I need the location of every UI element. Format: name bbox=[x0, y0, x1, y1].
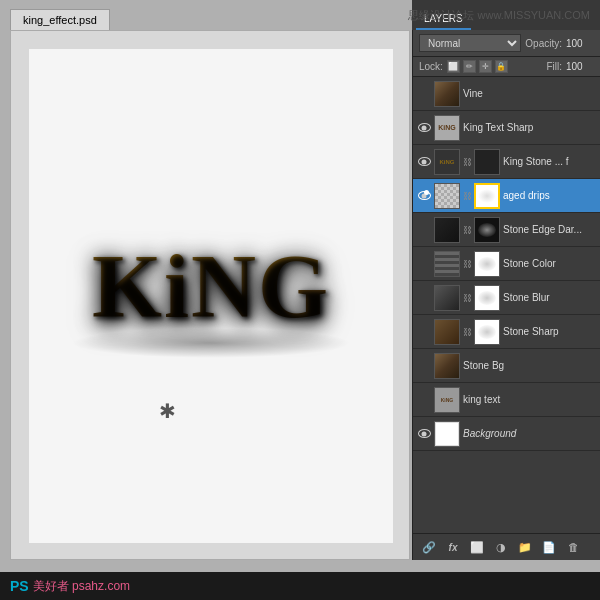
canvas-area: KiNG ✱ bbox=[10, 30, 410, 560]
layer-name-stone-color: Stone Color bbox=[503, 258, 596, 269]
add-mask-icon[interactable]: ⬜ bbox=[469, 539, 485, 555]
layer-name-background: Background bbox=[463, 428, 596, 439]
layer-name-king-stone: King Stone ... f bbox=[503, 156, 596, 167]
eye-icon-king-text-sharp bbox=[418, 123, 431, 132]
eye-icon-king-stone bbox=[418, 157, 431, 166]
chain-king-stone: ⛓ bbox=[463, 157, 471, 167]
visibility-vine[interactable] bbox=[417, 87, 431, 101]
adjustment-layer-icon[interactable]: ◑ bbox=[493, 539, 509, 555]
thumb-stone-edge bbox=[434, 217, 460, 243]
ps-site: 美好者 psahz.com bbox=[33, 578, 130, 595]
layer-item-stone-bg[interactable]: Stone Bg bbox=[413, 349, 600, 383]
layers-bottom-toolbar: 🔗 fx ⬜ ◑ 📁 📄 🗑 bbox=[413, 533, 600, 560]
lock-position-icon[interactable]: ⬜ bbox=[447, 60, 460, 73]
blend-mode-select[interactable]: Normal bbox=[419, 34, 521, 52]
visibility-aged-drips[interactable] bbox=[417, 189, 431, 203]
layer-item-vine[interactable]: Vine bbox=[413, 77, 600, 111]
thumb-king-text-sharp: KiNG bbox=[434, 115, 460, 141]
thumb-stone-bg bbox=[434, 353, 460, 379]
mask-stone-blur bbox=[474, 285, 500, 311]
mask-king-stone bbox=[474, 149, 500, 175]
layers-panel: Normal Opacity: 100 Lock: ⬜ ✏ ✛ 🔒 Fill: … bbox=[412, 30, 600, 560]
layers-blend-row: Normal Opacity: 100 bbox=[413, 30, 600, 57]
fx-icon[interactable]: fx bbox=[445, 539, 461, 555]
layer-name-aged-drips: aged drips bbox=[503, 190, 596, 201]
layer-name-vine: Vine bbox=[463, 88, 596, 99]
chain-stone-color: ⛓ bbox=[463, 259, 471, 269]
ps-logo: PS bbox=[10, 578, 29, 594]
layer-item-stone-blur[interactable]: ⛓ Stone Blur bbox=[413, 281, 600, 315]
thumb-aged-drips bbox=[434, 183, 460, 209]
new-group-icon[interactable]: 📁 bbox=[517, 539, 533, 555]
chain-stone-blur: ⛓ bbox=[463, 293, 471, 303]
layer-item-stone-edge[interactable]: ⛓ Stone Edge Dar... bbox=[413, 213, 600, 247]
layers-list: Vine KiNG King Text Sharp KiNG ⛓ King St… bbox=[413, 77, 600, 533]
thumb-stone-color bbox=[434, 251, 460, 277]
visibility-king-text-sharp[interactable] bbox=[417, 121, 431, 135]
king-text-display: KiNG bbox=[71, 235, 351, 358]
visibility-stone-sharp[interactable] bbox=[417, 325, 431, 339]
visibility-king-text[interactable] bbox=[417, 393, 431, 407]
layer-item-stone-color[interactable]: ⛓ Stone Color bbox=[413, 247, 600, 281]
ps-footer: PS 美好者 psahz.com bbox=[0, 572, 600, 600]
layer-name-stone-blur: Stone Blur bbox=[503, 292, 596, 303]
layer-item-stone-sharp[interactable]: ⛓ Stone Sharp bbox=[413, 315, 600, 349]
mask-stone-sharp bbox=[474, 319, 500, 345]
fill-label: Fill: bbox=[546, 61, 562, 72]
thumb-vine bbox=[434, 81, 460, 107]
cursor-icon: ✱ bbox=[159, 399, 176, 423]
tab-bar: king_effect.psd bbox=[0, 0, 412, 30]
lock-all-icon[interactable]: 🔒 bbox=[495, 60, 508, 73]
new-layer-icon[interactable]: 📄 bbox=[541, 539, 557, 555]
layer-name-stone-bg: Stone Bg bbox=[463, 360, 596, 371]
canvas-tab[interactable]: king_effect.psd bbox=[10, 9, 110, 30]
visibility-stone-edge[interactable] bbox=[417, 223, 431, 237]
visibility-king-stone[interactable] bbox=[417, 155, 431, 169]
chain-aged-drips: ⛓ bbox=[463, 191, 471, 201]
opacity-value: 100 bbox=[566, 38, 594, 49]
lock-pixel-icon[interactable]: ✏ bbox=[463, 60, 476, 73]
layers-lock-row: Lock: ⬜ ✏ ✛ 🔒 Fill: 100 bbox=[413, 57, 600, 77]
thumb-background bbox=[434, 421, 460, 447]
visibility-stone-bg[interactable] bbox=[417, 359, 431, 373]
king-title: KiNG bbox=[71, 235, 351, 338]
layer-name-king-text-sharp: King Text Sharp bbox=[463, 122, 596, 133]
link-layers-icon[interactable]: 🔗 bbox=[421, 539, 437, 555]
thumb-img-king-text: KiNG bbox=[435, 116, 459, 140]
layer-name-stone-sharp: Stone Sharp bbox=[503, 326, 596, 337]
lock-icons: ⬜ ✏ ✛ 🔒 bbox=[447, 60, 508, 73]
chain-stone-sharp: ⛓ bbox=[463, 327, 471, 337]
mask-stone-edge bbox=[474, 217, 500, 243]
lock-label: Lock: bbox=[419, 61, 443, 72]
thumb-stone-sharp bbox=[434, 319, 460, 345]
eye-icon-background bbox=[418, 429, 431, 438]
lock-move-icon[interactable]: ✛ bbox=[479, 60, 492, 73]
thumb-stone-edge-inner bbox=[435, 218, 459, 242]
chain-stone-edge: ⛓ bbox=[463, 225, 471, 235]
watermark: 思缘设计论坛 www.MISSYUAN.COM bbox=[408, 8, 590, 23]
layer-item-king-text-sharp[interactable]: KiNG King Text Sharp bbox=[413, 111, 600, 145]
visibility-stone-color[interactable] bbox=[417, 257, 431, 271]
mask-aged-drips bbox=[474, 183, 500, 209]
visibility-background[interactable] bbox=[417, 427, 431, 441]
layer-name-king-text: king text bbox=[463, 394, 596, 405]
visibility-stone-blur[interactable] bbox=[417, 291, 431, 305]
layer-item-king-stone[interactable]: KiNG ⛓ King Stone ... f bbox=[413, 145, 600, 179]
layer-item-aged-drips[interactable]: ⛓ aged drips bbox=[413, 179, 600, 213]
layer-item-background[interactable]: Background bbox=[413, 417, 600, 451]
thumb-king-text: KiNG bbox=[434, 387, 460, 413]
delete-layer-icon[interactable]: 🗑 bbox=[565, 539, 581, 555]
opacity-label: Opacity: bbox=[525, 38, 562, 49]
layer-name-stone-edge: Stone Edge Dar... bbox=[503, 224, 596, 235]
thumb-stone-blur bbox=[434, 285, 460, 311]
king-glow: KiNG bbox=[71, 235, 351, 338]
mask-stone-color bbox=[474, 251, 500, 277]
canvas-inner: KiNG ✱ bbox=[29, 49, 393, 543]
layer-item-king-text[interactable]: KiNG king text bbox=[413, 383, 600, 417]
thumb-king-stone: KiNG bbox=[434, 149, 460, 175]
fill-value: 100 bbox=[566, 61, 594, 72]
